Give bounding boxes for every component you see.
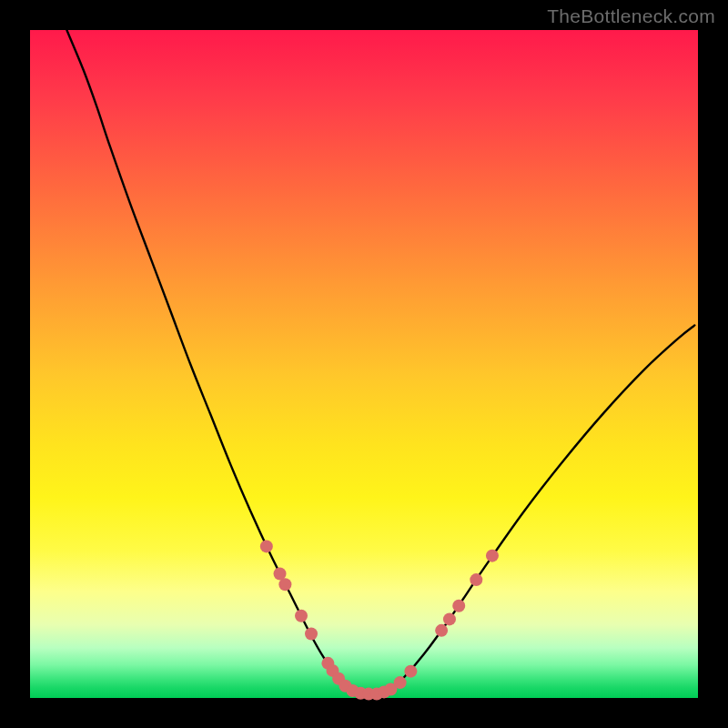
data-marker: [486, 550, 499, 562]
data-marker: [470, 573, 482, 586]
watermark-text: TheBottleneck.com: [547, 5, 715, 27]
chart-svg: [30, 30, 698, 698]
data-marker: [274, 567, 287, 580]
data-marker: [394, 676, 407, 689]
bottleneck-curve: [66, 30, 694, 694]
outer-frame: TheBottleneck.com: [0, 0, 728, 728]
data-marker: [435, 624, 448, 637]
plot-area: [30, 30, 698, 698]
data-marker: [295, 610, 308, 622]
data-marker: [260, 540, 273, 552]
data-marker: [404, 665, 417, 678]
marker-group: [260, 540, 499, 700]
data-marker: [452, 600, 465, 612]
data-marker: [443, 612, 456, 625]
data-marker: [305, 628, 318, 641]
